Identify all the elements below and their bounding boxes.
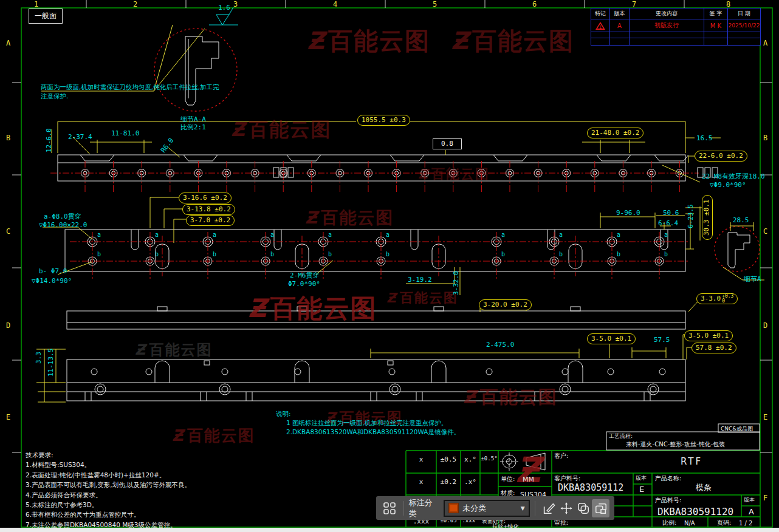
copy-button[interactable]: [575, 499, 592, 517]
dimension-label: 57.8 ±0.2: [691, 343, 736, 353]
description-note-line: 1 图纸标注拉丝面为一级面,机加和拉丝完注意重点保护。: [286, 418, 460, 428]
watermark: Ƶ: [515, 449, 544, 491]
paste-icon: [594, 502, 608, 515]
dimension-label: 3-32.0: [452, 271, 460, 295]
process-value: 来料-退火-CNC-整形-攻丝-钝化-包装: [626, 440, 725, 449]
rev-header-version: 版本: [610, 9, 630, 19]
dimension-label: 1.6: [218, 4, 230, 12]
dimension-label: ▽Φ9.0*90°: [710, 181, 746, 189]
zone-letter-left: E: [6, 413, 10, 421]
rev-sign-cell: M K: [704, 19, 728, 32]
surface-grade-label: 一般面: [29, 9, 63, 24]
technical-note-line: 3.产品表面不可以有毛刺,变形,划伤,以及油污等外观不良。: [26, 480, 191, 489]
dimension-label: 22-6.0 ±0.2: [695, 151, 747, 162]
hole-label-a: a: [328, 231, 332, 238]
zone-letter-right: F: [763, 494, 767, 502]
dimension-label: 28.5: [733, 216, 749, 224]
dimension-label: Φ7.0*90°: [288, 280, 320, 288]
rev-version-cell: A: [610, 19, 630, 32]
dimension-label: a-Φ8.0贯穿: [44, 212, 81, 221]
dimension-label: 3-5.0 ±0.1: [587, 333, 636, 344]
hole-label-a: a: [213, 231, 216, 238]
toolbar-separator: [403, 501, 404, 516]
hole-label-a: a: [501, 231, 505, 238]
dimension-label: b- Φ7.0: [39, 267, 67, 275]
floating-toolbar: 标注分类 未分类 ▼: [376, 496, 614, 520]
description-note-line: 2.DKBA830613520WA和DKBA830591120WA是镜像件。: [286, 428, 460, 437]
hole-label-b: b: [664, 251, 668, 257]
watermark: Ƶ百能云图: [135, 340, 212, 360]
watermark: Ƶ百能云图: [231, 117, 331, 143]
hole-label-b: b: [328, 251, 332, 257]
dimension-label: 2-475.0: [486, 341, 514, 349]
zone-number-top: 7: [632, 0, 636, 9]
tolerance-cell: x.°: [464, 455, 476, 463]
toolbar-separator: [535, 501, 535, 516]
category-dropdown-value: 未分类: [462, 503, 521, 514]
category-dropdown[interactable]: 未分类 ▼: [444, 500, 530, 517]
hole-label-b: b: [617, 251, 620, 257]
rev-date-cell: 2025/10/22: [728, 19, 760, 32]
dimension-label: 3-3.0+0.30: [696, 293, 738, 304]
hole-label-b: b: [386, 251, 390, 257]
unit-value: MM: [523, 476, 534, 483]
dimension-label: 3-7.0 ±0.2: [186, 215, 235, 226]
move-icon: [560, 502, 573, 515]
tolerance-cell: .x°: [464, 478, 476, 486]
description-notes-title: 说明:: [276, 409, 460, 418]
tolerance-cell: x: [419, 478, 424, 486]
unit-label: 单位:: [501, 475, 515, 483]
zone-number-top: 3: [233, 0, 238, 9]
detail-note: 两面为一级面,机加时需保证刀纹均匀度,钝化后工件拉丝,加工完 注意保护.: [41, 83, 219, 101]
hole-label-b: b: [213, 251, 216, 257]
zone-number-top: 5: [433, 0, 437, 9]
watermark: Ƶ百能云图: [386, 289, 458, 307]
approve-label: 审批:: [554, 519, 568, 527]
customer-pn-label: 客户料号:: [554, 474, 580, 483]
dimension-label: 11-81.0: [111, 129, 139, 137]
watermark: Ƶ百能云图: [463, 385, 558, 410]
zone-letter-right: D: [763, 321, 767, 330]
dimension-label: 9-96.0: [616, 209, 640, 217]
technical-note-line: 2.表面处理:钝化(中性盐雾48小时)+拉丝120#。: [26, 470, 191, 480]
hole-label-b: b: [270, 251, 274, 257]
dimension-label: ▽Φ16.00×22.0: [39, 221, 87, 229]
product-pn-version: A: [749, 507, 754, 516]
cad-canvas[interactable]: 一般面 两面为一级面,机加时需保证刀纹均匀度,钝化后工件拉丝,加工完 注意保护.…: [0, 0, 779, 532]
hole-label-a: a: [270, 231, 274, 238]
rev-header-sign: 签 字: [704, 9, 728, 19]
rev-header-date: 日 期: [728, 9, 760, 19]
grid-view-button[interactable]: [381, 499, 399, 517]
watermark: Ƶ百能云图: [418, 165, 490, 183]
scale-label: 比例:: [662, 519, 676, 527]
dimension-label: 50.6: [663, 209, 679, 217]
dimension-label: 2-M6贯穿: [290, 271, 320, 280]
watermark: Ƶ百能云图: [172, 425, 255, 446]
product-pn-value: DKBA830591120: [657, 506, 733, 517]
dimension-label: 3-16.6 ±0.2: [179, 193, 232, 203]
zone-letter-right: E: [763, 413, 767, 421]
grid-icon: [383, 502, 396, 514]
dimension-label: 22-M8有效牙深18.0: [702, 172, 765, 181]
hole-label-a: a: [155, 231, 159, 238]
description-notes: 说明: 1 图纸标注拉丝面为一级面,机加和拉丝完注意重点保护。2.DKBA830…: [276, 409, 460, 437]
dimension-label: 3-20.0 ±0.2: [479, 299, 532, 310]
rev-content-cell: 初版发行: [630, 19, 704, 32]
paste-button[interactable]: [592, 499, 609, 517]
rev-header-content: 更改内容: [630, 9, 704, 19]
watermark: Ƶ百能云图: [248, 292, 377, 326]
dimension-label: 3-13.8 ±0.2: [182, 204, 235, 215]
zone-letter-left: D: [6, 321, 10, 330]
dimension-label: 1055.5 ±0.3: [357, 115, 410, 126]
revision-triangle-icon: 1: [595, 22, 605, 30]
tolerance-cell: ±0.5: [441, 455, 457, 463]
dimension-label: 16.5: [696, 134, 713, 142]
zone-number-top: 1: [34, 0, 38, 9]
technical-note-line: 5.未标注的尺寸参考3D。: [26, 500, 191, 510]
edit-annotation-button[interactable]: [540, 499, 558, 517]
move-button[interactable]: [557, 499, 575, 517]
hole-label-a: a: [386, 231, 390, 238]
watermark: Ƶ百能云图: [305, 206, 394, 230]
zone-letter-right: B: [763, 134, 767, 142]
dimension-label: 0.8: [433, 138, 462, 149]
